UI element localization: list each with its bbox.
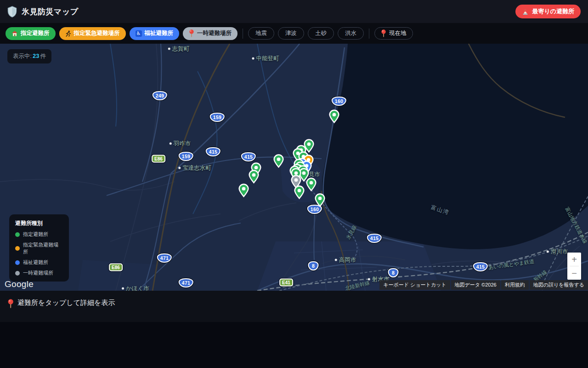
place-label-text: かほく市 xyxy=(126,285,149,291)
hazard-filter-tsunami[interactable]: 津波 xyxy=(278,27,304,40)
attribution-item[interactable]: 地図の誤りを報告する xyxy=(530,280,588,290)
divider xyxy=(369,29,369,39)
wheelchair-icon: ♿ xyxy=(136,30,142,37)
place-label-text: 中能登町 xyxy=(256,55,279,63)
rail-label: 北陸新幹線 xyxy=(345,279,371,291)
place-dot xyxy=(178,167,181,169)
expressway-shield-E86: E86 xyxy=(109,264,123,271)
legend-dot xyxy=(15,246,20,251)
hazard-filters: 地震津波土砂洪水 xyxy=(248,27,364,40)
red-pin-icon xyxy=(7,299,14,308)
current-location-button[interactable]: 現在地 xyxy=(374,27,413,40)
place-dot xyxy=(168,48,170,50)
place-label-text: 羽咋市 xyxy=(174,140,191,148)
red-pin-icon xyxy=(381,29,386,37)
shelter-marker-green[interactable] xyxy=(273,154,284,168)
route-shield-8: 8 xyxy=(388,268,399,277)
attribution-item[interactable]: キーボード ショートカット xyxy=(379,280,450,290)
map-attribution: キーボード ショートカット地図データ ©2026利用規約地図の誤りを報告する xyxy=(379,280,588,290)
route-shield-160: 160 xyxy=(332,97,346,106)
category-filters: 指定避難所指定緊急避難場所♿福祉避難所一時避難場所 xyxy=(6,27,237,40)
shelter-marker-green[interactable] xyxy=(329,109,339,123)
shelter-marker-green[interactable] xyxy=(306,178,317,191)
place-dot xyxy=(170,143,172,145)
route-shield-415: 415 xyxy=(206,147,220,156)
shelter-marker-green[interactable] xyxy=(249,170,259,184)
shelter-marker-green[interactable] xyxy=(315,193,325,207)
rail-label: あいの風とやま鉄道 xyxy=(488,258,535,271)
legend-items: 指定避難所指定緊急避難場所福祉避難所一時避難場所 xyxy=(15,231,63,276)
shelter-marker-green[interactable] xyxy=(294,185,305,199)
route-shield-415: 415 xyxy=(367,234,382,243)
red-pin-icon xyxy=(189,29,194,37)
place-label-text: 志賀町 xyxy=(172,45,190,53)
current-location-label: 現在地 xyxy=(389,29,407,37)
app-title: 氷見防災マップ xyxy=(22,6,79,17)
legend-dot xyxy=(15,271,20,276)
map[interactable]: 志賀町中能登町羽咋市宝達志水町氷見市かほく市高岡市射水市滑川市富山湾氷見線北陸新… xyxy=(0,44,588,291)
legend-item-designated-emergency-site: 指定緊急避難場所 xyxy=(15,242,63,255)
route-shield-415: 415 xyxy=(473,262,488,271)
place-dot xyxy=(335,259,337,261)
zoom-in-button[interactable]: + xyxy=(567,253,581,266)
map-overlays: 志賀町中能登町羽咋市宝達志水町氷見市かほく市高岡市射水市滑川市富山湾氷見線北陸新… xyxy=(0,44,588,291)
page-background xyxy=(0,322,588,368)
legend-item-label: 指定避難所 xyxy=(23,231,48,238)
legend-item-temporary-shelter: 一時避難場所 xyxy=(15,270,63,276)
route-shield-415: 415 xyxy=(241,152,256,161)
place-dot xyxy=(252,58,254,60)
legend-item-label: 指定緊急避難場所 xyxy=(23,242,63,255)
place-dot xyxy=(547,251,549,253)
shield-icon xyxy=(7,6,17,17)
category-filter-temporary-shelter[interactable]: 一時避難場所 xyxy=(183,27,237,40)
person-icon xyxy=(522,8,529,15)
category-filter-label: 指定緊急避難場所 xyxy=(74,29,120,37)
route-shield-8: 8 xyxy=(308,261,319,270)
divider xyxy=(243,29,243,39)
legend-item-designated-shelter: 指定避難所 xyxy=(15,231,63,238)
category-filter-designated-shelter[interactable]: 指定避難所 xyxy=(6,27,56,40)
water-label: 富山湾 xyxy=(430,203,450,217)
place-label-text: 滑川市 xyxy=(551,248,568,256)
place-label: 宝達志水町 xyxy=(178,164,211,172)
header: 氷見防災マップ 最寄りの避難所 xyxy=(0,0,588,23)
place-label: 中能登町 xyxy=(252,55,279,63)
legend-title: 避難所種別 xyxy=(15,219,63,227)
place-label: かほく市 xyxy=(122,285,149,291)
hazard-filter-label: 津波 xyxy=(285,29,297,37)
category-filter-label: 一時避難場所 xyxy=(197,29,232,37)
hazard-filter-landslide[interactable]: 土砂 xyxy=(308,27,334,40)
area-label-text: 富山湾 xyxy=(430,203,450,217)
category-filter-label: 福祉避難所 xyxy=(145,29,174,37)
legend-item-label: 一時避難場所 xyxy=(23,270,53,276)
route-shield-159: 159 xyxy=(210,113,225,122)
legend-dot xyxy=(15,232,20,237)
place-label: 志賀町 xyxy=(168,45,190,53)
legend-item-label: 福祉避難所 xyxy=(23,259,48,266)
nearest-shelter-button[interactable]: 最寄りの避難所 xyxy=(515,5,581,18)
visible-count-badge: 表示中:23件 xyxy=(7,49,51,63)
place-label: 羽咋市 xyxy=(170,140,191,148)
zoom-out-button[interactable]: − xyxy=(567,266,581,280)
hazard-filter-flood[interactable]: 洪水 xyxy=(338,27,364,40)
hazard-filter-earthquake[interactable]: 地震 xyxy=(248,27,274,40)
category-filter-designated-emergency-site[interactable]: 指定緊急避難場所 xyxy=(59,27,126,40)
house-icon xyxy=(11,30,18,36)
hazard-filter-label: 地震 xyxy=(255,29,267,37)
hazard-filter-label: 土砂 xyxy=(315,29,327,37)
expressway-shield-E86: E86 xyxy=(152,155,165,163)
attribution-item[interactable]: 利用規約 xyxy=(501,280,529,290)
footer-hint-bar: 避難所をタップして詳細を表示 xyxy=(0,291,588,322)
shelter-marker-green[interactable] xyxy=(238,184,249,197)
category-filter-welfare-shelter[interactable]: ♿福祉避難所 xyxy=(130,27,180,40)
legend-dot xyxy=(15,260,20,265)
filter-bar: 指定避難所指定緊急避難場所♿福祉避難所一時避難場所 地震津波土砂洪水 現在地 xyxy=(0,23,588,44)
place-dot xyxy=(122,288,124,290)
expressway-shield-E41: E41 xyxy=(279,279,293,287)
route-shield-249: 249 xyxy=(153,91,167,100)
legend-item-welfare-shelter: 福祉避難所 xyxy=(15,259,63,266)
runner-icon xyxy=(65,30,71,37)
legend: 避難所種別 指定避難所指定緊急避難場所福祉避難所一時避難場所 xyxy=(9,214,69,282)
nearest-shelter-label: 最寄りの避難所 xyxy=(532,7,574,16)
google-logo[interactable]: Google xyxy=(5,279,34,289)
